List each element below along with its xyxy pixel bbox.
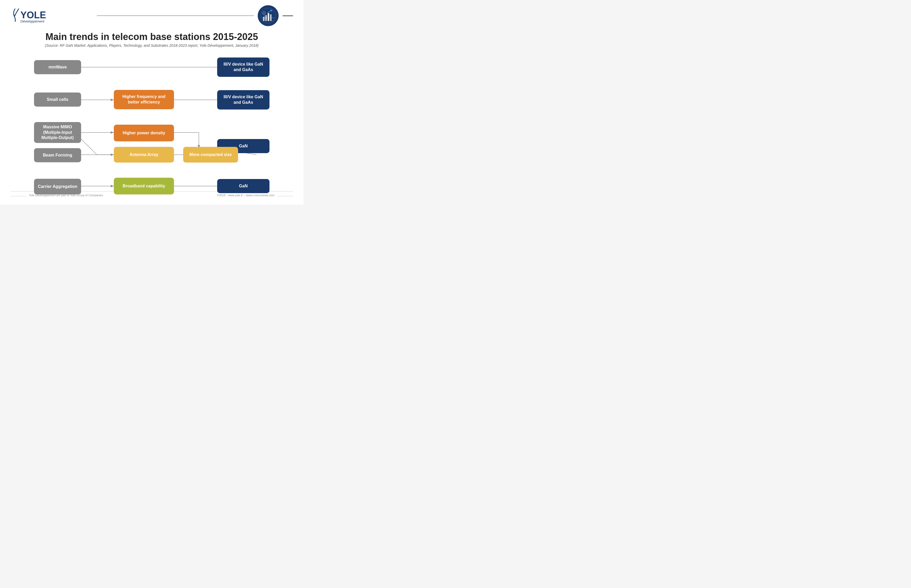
footer-right: ©2018 - www.yole.fr – www.i-micronews.co… [217,194,293,197]
diagram: mmWave III/V device like GaN and GaAs Sm… [10,53,293,189]
header: YOLE Développement [10,5,293,26]
box-antenna-array: Antenna Array [114,147,174,163]
page: YOLE Développement [0,0,303,205]
box-beam-forming: Beam Forming [34,148,81,162]
box-small-cells: Small cells [34,92,81,107]
badge-circle [258,5,279,26]
subtitle: (Source: RF GaN Market: Applications, Pl… [10,44,293,48]
box-carrier-aggregation: Carrier Aggregation [34,179,81,194]
box-broadband: Broadband capability [114,178,174,194]
svg-rect-5 [267,13,269,21]
box-gan-2: GaN [217,179,269,193]
box-higher-power: Higher power density [114,124,174,141]
box-mmwave: mmWave [34,60,81,74]
svg-rect-3 [263,17,264,21]
svg-line-21 [81,139,97,155]
box-higher-freq: Higher frequency and better efficiency [114,90,174,109]
footer-left-line [10,196,26,196]
logo-svg: YOLE Développement [10,7,68,24]
svg-text:YOLE: YOLE [20,10,46,20]
footer-right-text: ©2018 - www.yole.fr – www.i-micronews.co… [217,194,274,197]
logo-area: YOLE Développement [10,7,68,24]
header-right [97,5,293,26]
box-massive-mimo: Massive MIMO (Multiple-Input Multiple-Ou… [34,122,81,143]
footer-right-line [277,196,293,196]
box-more-compacted: More compacted size [183,147,238,163]
box-iii-v-2: III/V device like GaN and GaAs [217,90,269,110]
svg-text:Développement: Développement [20,19,44,23]
badge-line [282,15,293,16]
box-iii-v-1: III/V device like GaN and GaAs [217,58,269,77]
main-title: Main trends in telecom base stations 201… [10,31,293,42]
header-line [97,15,254,16]
